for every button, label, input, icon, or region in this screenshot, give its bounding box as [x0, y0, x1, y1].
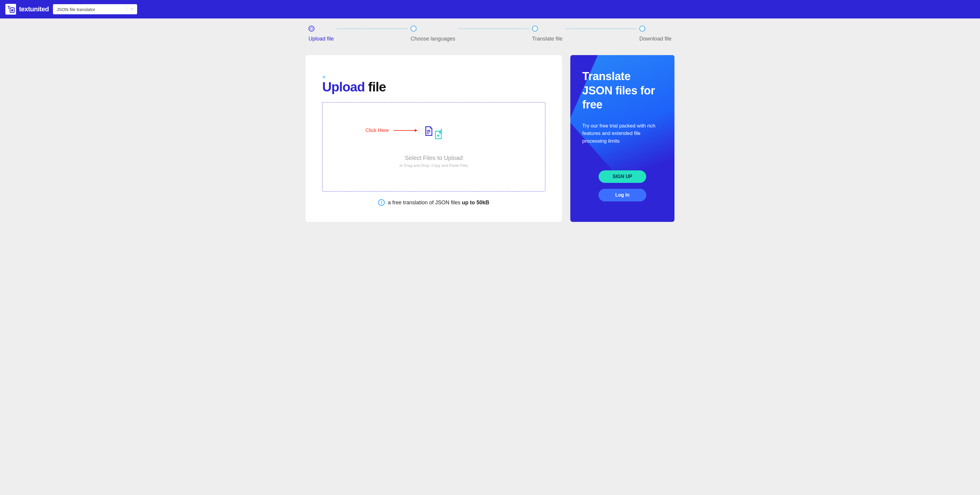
brand-name: textunited — [19, 5, 49, 13]
dropzone-sub-text: or Drag and Drop, Copy and Paste Files — [399, 163, 468, 168]
arrow-right-icon — [393, 130, 417, 131]
app-header: T textunited JSON file translator — [0, 0, 980, 18]
step-choose-languages[interactable]: Choose languages — [410, 26, 455, 42]
step-circle-icon — [410, 26, 417, 32]
upload-footnote: ! a free translation of JSON files up to… — [322, 199, 545, 206]
step-circle-icon — [640, 26, 645, 32]
signup-button[interactable]: SIGN UP — [598, 170, 646, 183]
upload-card: + Upload file Click Here — [305, 55, 562, 222]
step-label: Upload file — [309, 36, 334, 42]
refresh-icon — [309, 26, 315, 32]
promo-panel: Translate JSON files for free Try our fr… — [570, 55, 675, 222]
step-label: Choose languages — [410, 36, 455, 42]
step-download-file[interactable]: Download file — [640, 26, 671, 42]
plus-decoration-icon: + — [322, 74, 545, 80]
step-connector — [566, 29, 636, 29]
dropdown-selected-label: JSON file translator — [57, 7, 127, 12]
title-highlight: Upload — [322, 80, 365, 94]
promo-title: Translate JSON files for free — [582, 69, 663, 112]
dropzone-main-text: Select Files to Upload — [405, 155, 463, 161]
click-here-annotation: Click Here — [365, 128, 417, 133]
step-upload-file[interactable]: Upload file — [309, 26, 334, 42]
annotation-text: Click Here — [365, 128, 388, 133]
file-dropzone[interactable]: Click Here — [322, 102, 545, 192]
chevron-down-icon — [130, 6, 134, 12]
brand-logo[interactable]: T textunited — [5, 4, 49, 14]
step-connector — [337, 29, 407, 29]
page-title: Upload file — [322, 80, 545, 94]
step-label: Translate file — [532, 36, 562, 42]
progress-stepper: Upload file Choose languages Translate f… — [305, 26, 675, 42]
promo-body: Try our free trial packed with rich feat… — [582, 122, 657, 145]
info-icon: ! — [378, 199, 385, 206]
upload-files-icon — [425, 126, 443, 140]
step-circle-icon — [532, 26, 538, 32]
footnote-text: a free translation of JSON files up to 5… — [388, 200, 489, 206]
svg-rect-3 — [11, 9, 13, 11]
step-label: Download file — [640, 36, 671, 42]
dropdown-separator — [127, 6, 127, 12]
step-translate-file[interactable]: Translate file — [532, 26, 562, 42]
logo-mark-icon: T — [5, 4, 16, 14]
step-connector — [458, 29, 529, 29]
file-type-dropdown[interactable]: JSON file translator — [53, 4, 137, 14]
login-button[interactable]: Log In — [598, 189, 646, 201]
title-rest: file — [365, 80, 386, 94]
